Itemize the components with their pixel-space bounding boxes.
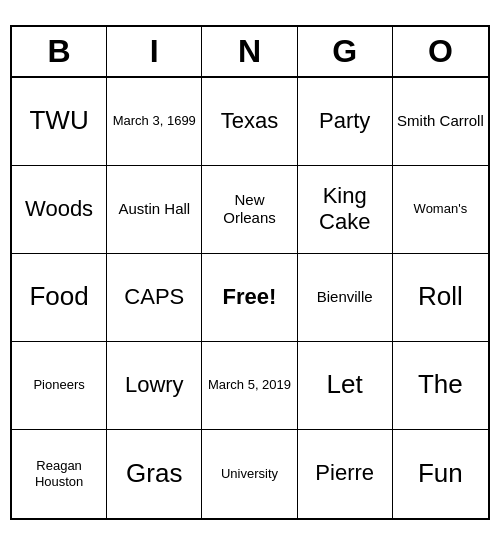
cell-text: Party <box>319 108 370 134</box>
cell-text: Roll <box>418 281 463 312</box>
bingo-cell: Food <box>12 254 107 342</box>
bingo-cell: The <box>393 342 488 430</box>
cell-text: Fun <box>418 458 463 489</box>
cell-text: March 5, 2019 <box>208 377 291 393</box>
cell-text: Reagan Houston <box>16 458 102 489</box>
bingo-cell: TWU <box>12 78 107 166</box>
bingo-cell: Party <box>298 78 393 166</box>
bingo-cell: Woman's <box>393 166 488 254</box>
cell-text: March 3, 1699 <box>113 113 196 129</box>
bingo-cell: March 5, 2019 <box>202 342 297 430</box>
bingo-cell: Texas <box>202 78 297 166</box>
bingo-card: BINGO TWUMarch 3, 1699TexasPartySmith Ca… <box>10 25 490 520</box>
cell-text: King Cake <box>302 183 388 236</box>
cell-text: Let <box>327 369 363 400</box>
bingo-cell: CAPS <box>107 254 202 342</box>
bingo-cell: Gras <box>107 430 202 518</box>
bingo-grid: TWUMarch 3, 1699TexasPartySmith CarrollW… <box>12 78 488 518</box>
cell-text: Pioneers <box>33 377 84 393</box>
cell-text: Texas <box>221 108 278 134</box>
bingo-cell: Pierre <box>298 430 393 518</box>
cell-text: Woods <box>25 196 93 222</box>
cell-text: TWU <box>29 105 88 136</box>
bingo-cell: Fun <box>393 430 488 518</box>
bingo-cell: March 3, 1699 <box>107 78 202 166</box>
cell-text: Food <box>29 281 88 312</box>
cell-text: Bienville <box>317 288 373 306</box>
header-letter: N <box>202 27 297 76</box>
cell-text: The <box>418 369 463 400</box>
cell-text: Woman's <box>414 201 468 217</box>
cell-text: Austin Hall <box>118 200 190 218</box>
header-letter: O <box>393 27 488 76</box>
bingo-cell: King Cake <box>298 166 393 254</box>
cell-text: Pierre <box>315 460 374 486</box>
cell-text: CAPS <box>124 284 184 310</box>
bingo-cell: New Orleans <box>202 166 297 254</box>
header-letter: I <box>107 27 202 76</box>
bingo-cell: Woods <box>12 166 107 254</box>
cell-text: Gras <box>126 458 182 489</box>
cell-text: New Orleans <box>206 191 292 227</box>
bingo-cell: Free! <box>202 254 297 342</box>
cell-text: Free! <box>223 284 277 310</box>
bingo-cell: Smith Carroll <box>393 78 488 166</box>
bingo-cell: Let <box>298 342 393 430</box>
bingo-cell: Bienville <box>298 254 393 342</box>
bingo-cell: Reagan Houston <box>12 430 107 518</box>
cell-text: University <box>221 466 278 482</box>
bingo-cell: Austin Hall <box>107 166 202 254</box>
header-letter: G <box>298 27 393 76</box>
bingo-cell: Roll <box>393 254 488 342</box>
bingo-cell: Pioneers <box>12 342 107 430</box>
bingo-cell: University <box>202 430 297 518</box>
header-letter: B <box>12 27 107 76</box>
bingo-cell: Lowry <box>107 342 202 430</box>
bingo-header: BINGO <box>12 27 488 78</box>
cell-text: Lowry <box>125 372 184 398</box>
cell-text: Smith Carroll <box>397 112 484 130</box>
